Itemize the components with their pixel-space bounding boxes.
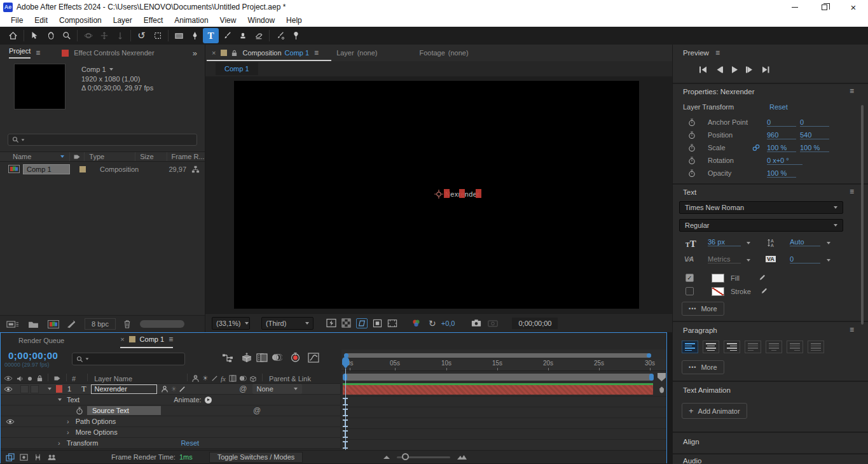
project-comp-name[interactable]: Comp 1 xyxy=(81,65,106,74)
close-button[interactable]: × xyxy=(839,0,868,14)
more-options-row[interactable]: › More Options xyxy=(1,427,340,438)
new-folder-icon[interactable] xyxy=(28,320,39,328)
parent-dropdown[interactable]: None xyxy=(252,384,302,394)
source-text-label[interactable]: Source Text xyxy=(87,406,161,415)
path-options-caret-icon[interactable]: › xyxy=(67,418,69,425)
tab-composition-comp[interactable]: Comp 1 xyxy=(285,49,310,57)
rotation-tool-icon[interactable]: ↺ xyxy=(134,28,149,43)
layer-collapse-icon[interactable]: ☀ xyxy=(170,385,177,393)
transform-caret-icon[interactable]: › xyxy=(58,439,60,447)
channel-rgb-icon[interactable] xyxy=(411,319,421,328)
menu-effect[interactable]: Effect xyxy=(138,16,169,25)
sort-direction-icon[interactable] xyxy=(60,155,64,158)
take-snapshot-icon[interactable] xyxy=(471,319,481,327)
menu-help[interactable]: Help xyxy=(280,16,308,25)
align-left-button[interactable] xyxy=(682,341,698,353)
layer-name-input[interactable]: Nexrender xyxy=(91,384,157,394)
properties-panel-menu-icon[interactable]: ≡ xyxy=(850,87,854,95)
transform-label[interactable]: Transform xyxy=(67,439,99,447)
audio-toggle-cell[interactable] xyxy=(20,385,29,393)
kerning-caret-icon[interactable] xyxy=(747,259,750,262)
pan-camera-tool-icon[interactable] xyxy=(96,28,112,43)
layer-visibility-eye-icon[interactable] xyxy=(4,386,13,392)
stopwatch-icon[interactable] xyxy=(688,144,696,152)
parent-link-column[interactable]: Parent & Link xyxy=(269,375,311,383)
mini-flowchart-icon[interactable] xyxy=(222,353,233,363)
minimize-button[interactable] xyxy=(780,0,809,14)
more-options-caret-icon[interactable]: › xyxy=(67,428,69,436)
font-style-dropdown[interactable]: Regular xyxy=(679,219,843,232)
composition-canvas[interactable]: Nexrender xyxy=(234,81,639,309)
menu-composition[interactable]: Composition xyxy=(53,16,107,25)
stopwatch-icon[interactable] xyxy=(688,118,696,127)
table-row[interactable]: Comp 1 Composition 29,97 xyxy=(0,163,205,175)
time-ruler[interactable]: 0s 05s 10s 15s 20s 25s 30s xyxy=(341,360,666,371)
exposure-value[interactable]: +0,0 xyxy=(441,320,455,327)
anchor-point-x[interactable]: 0 xyxy=(767,118,796,127)
layer-shy-icon[interactable] xyxy=(161,386,169,393)
mask-visibility-icon[interactable] xyxy=(356,318,368,328)
project-search-input[interactable] xyxy=(8,134,197,146)
menu-animation[interactable]: Animation xyxy=(169,16,214,25)
scale-y[interactable]: 100 % xyxy=(800,144,829,152)
menu-view[interactable]: View xyxy=(214,16,242,25)
delete-icon[interactable] xyxy=(123,320,131,328)
link-scale-icon[interactable] xyxy=(752,144,761,151)
clone-stamp-tool-icon[interactable] xyxy=(235,28,251,43)
text-more-button[interactable]: •••More xyxy=(682,302,724,316)
stroke-color-swatch[interactable] xyxy=(712,287,724,296)
stopwatch-icon[interactable] xyxy=(688,157,696,165)
align-section-title[interactable]: Align xyxy=(683,438,699,446)
timeline-zoom-slider[interactable] xyxy=(397,456,450,458)
rotation-value[interactable]: 0 x+0 ° xyxy=(767,157,803,165)
leading-caret-icon[interactable] xyxy=(827,242,830,244)
fill-checkbox[interactable]: ✓ xyxy=(685,274,694,282)
scale-x[interactable]: 100 % xyxy=(767,144,796,152)
pan-behind-tool-icon[interactable] xyxy=(149,28,165,43)
lock-icon[interactable] xyxy=(231,50,237,57)
show-snapshot-icon[interactable] xyxy=(488,319,498,327)
menu-layer[interactable]: Layer xyxy=(107,16,138,25)
toggle-switches-modes-button[interactable]: Toggle Switches / Modes xyxy=(209,452,303,463)
project-settings-icon[interactable] xyxy=(67,320,76,328)
restore-button[interactable] xyxy=(809,0,839,14)
motion-blur-icon[interactable] xyxy=(272,353,282,362)
solo-column-icon[interactable] xyxy=(28,377,32,381)
audio-column-icon[interactable] xyxy=(17,376,24,382)
search-options-caret-icon[interactable] xyxy=(86,358,89,360)
last-frame-icon[interactable] xyxy=(761,66,771,74)
comp-marker-bin-icon[interactable] xyxy=(658,373,666,381)
column-type[interactable]: Type xyxy=(89,153,104,160)
transform-reset-link[interactable]: Reset xyxy=(181,439,199,447)
zoom-tool-icon[interactable] xyxy=(59,28,74,43)
orbit-camera-tool-icon[interactable] xyxy=(80,28,96,43)
comp-name-caret-icon[interactable] xyxy=(109,68,113,71)
fill-color-swatch[interactable] xyxy=(712,274,724,283)
font-size-caret-icon[interactable] xyxy=(747,242,750,244)
rectangle-tool-icon[interactable] xyxy=(171,28,187,43)
stroke-checkbox[interactable] xyxy=(685,287,694,295)
resolution-dropdown[interactable]: (Third) xyxy=(261,317,313,330)
text-group-label[interactable]: Text xyxy=(67,396,79,404)
type-tool-icon[interactable]: T xyxy=(203,28,219,43)
tab-timeline-comp1[interactable]: × Comp 1 ≡ xyxy=(120,335,173,348)
layer-duration-bar[interactable] xyxy=(343,385,653,395)
timeline-panel-menu-icon[interactable]: ≡ xyxy=(169,335,173,344)
position-y[interactable]: 540 xyxy=(800,131,829,139)
path-options-eye-icon[interactable] xyxy=(6,419,15,425)
zoom-in-mountain-icon[interactable] xyxy=(457,454,467,460)
menu-window[interactable]: Window xyxy=(242,16,280,25)
first-frame-icon[interactable] xyxy=(698,66,708,74)
paragraph-more-button[interactable]: •••More xyxy=(682,360,724,374)
expand-transfer-controls-icon[interactable] xyxy=(20,453,29,461)
tab-layer[interactable]: Layer xyxy=(336,49,354,57)
properties-scrollbar[interactable] xyxy=(861,105,864,325)
close-tab-icon[interactable]: × xyxy=(120,335,124,343)
layer-color-swatch[interactable] xyxy=(56,385,62,393)
project-tabs-overflow-icon[interactable]: » xyxy=(193,48,197,58)
graph-editor-icon[interactable] xyxy=(308,353,319,363)
viewer-timecode[interactable]: 0;00;00;00 xyxy=(512,318,558,329)
zoom-slider-knob[interactable] xyxy=(402,453,409,460)
justify-last-center-button[interactable] xyxy=(766,341,782,353)
fast-previews-icon[interactable] xyxy=(326,318,336,328)
